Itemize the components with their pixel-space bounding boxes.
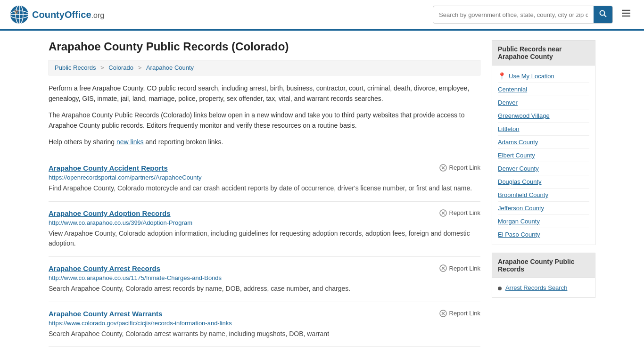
sidebar-item-adams-county[interactable]: Adams County [498, 136, 589, 149]
record-header: Arapahoe County Arrest Records Report Li… [49, 264, 480, 272]
sidebar-nearby-body: 📍 Use My Location Centennial Denver Gree… [492, 66, 595, 245]
sidebar-item-elbert-county[interactable]: Elbert County [498, 149, 589, 162]
sidebar-item-jefferson-county[interactable]: Jefferson County [498, 202, 589, 215]
record-header: Arapahoe County Accident Reports Report … [49, 164, 480, 172]
record-header: Arapahoe County Arrest Warrants Report L… [49, 310, 480, 318]
sidebar-nearby-header: Public Records near Arapahoe County [492, 41, 595, 66]
el-paso-county-link[interactable]: El Paso County [498, 231, 540, 238]
new-links-link[interactable]: new links [116, 138, 144, 146]
logo-area: 🦅 CountyOffice.org [9, 5, 104, 25]
report-link-button[interactable]: Report Link [439, 264, 480, 272]
record-title[interactable]: Arapahoe County Arrest Warrants [49, 310, 162, 318]
record-desc: Find Arapahoe County, Colorado motorcycl… [49, 183, 480, 194]
record-url[interactable]: https://openrecordsportal.com/partners/A… [49, 174, 480, 181]
sidebar-arrest-records-search[interactable]: Arrest Records Search [498, 282, 589, 294]
report-link-button[interactable]: Report Link [439, 164, 480, 172]
report-link-icon [439, 310, 447, 317]
douglas-county-link[interactable]: Douglas County [498, 178, 542, 185]
sidebar-item-denver[interactable]: Denver [498, 96, 589, 109]
report-link-button[interactable]: Report Link [439, 209, 480, 217]
header: 🦅 CountyOffice.org [0, 0, 644, 31]
record-url[interactable]: https://www.colorado.gov/pacific/cicjis/… [49, 320, 480, 327]
location-pin-icon: 📍 [498, 72, 506, 80]
sidebar-item-morgan-county[interactable]: Morgan County [498, 215, 589, 228]
sidebar-records-section: Arapahoe County Public Records Arrest Re… [492, 253, 595, 298]
record-header: Arapahoe County Adoption Records Report … [49, 209, 480, 217]
sidebar-use-my-location[interactable]: 📍 Use My Location [498, 69, 589, 83]
logo-text: CountyOffice.org [32, 9, 104, 20]
sidebar-records-header: Arapahoe County Public Records [492, 253, 595, 278]
sidebar-nearby-section: Public Records near Arapahoe County 📍 Us… [492, 40, 595, 245]
record-item: Arapahoe County Accident Reports Report … [49, 156, 480, 202]
intro-paragraph-1: Perform a free Arapahoe County, CO publi… [49, 83, 480, 104]
adams-county-link[interactable]: Adams County [498, 139, 538, 146]
record-desc: Search Arapahoe County, Colorado arrest … [49, 329, 480, 339]
breadcrumb-arapahoe[interactable]: Arapahoe County [146, 64, 194, 71]
search-button[interactable] [594, 6, 612, 23]
report-link-icon [439, 209, 447, 217]
search-form [433, 6, 613, 24]
record-title[interactable]: Arapahoe County Arrest Records [49, 264, 160, 272]
record-url[interactable]: http://www.co.arapahoe.co.us/399/Adoptio… [49, 219, 480, 226]
main-container: Arapahoe County Public Records (Colorado… [39, 31, 605, 356]
breadcrumb-colorado[interactable]: Colorado [108, 64, 133, 71]
svg-text:🦅: 🦅 [14, 9, 19, 14]
breadcrumb-separator-1: > [100, 64, 106, 71]
sidebar-item-littleton[interactable]: Littleton [498, 123, 589, 136]
sidebar-item-broomfield-county[interactable]: Broomfield County [498, 189, 589, 202]
breadcrumb-public-records[interactable]: Public Records [55, 64, 96, 71]
use-my-location-link[interactable]: Use My Location [509, 73, 554, 80]
sidebar-item-denver-county[interactable]: Denver County [498, 162, 589, 175]
sidebar-item-centennial[interactable]: Centennial [498, 83, 589, 96]
hamburger-menu-icon[interactable] [618, 5, 635, 25]
breadcrumb: Public Records > Colorado > Arapahoe Cou… [49, 60, 480, 75]
sidebar: Public Records near Arapahoe County 📍 Us… [492, 40, 595, 347]
littleton-link[interactable]: Littleton [498, 125, 520, 132]
arrest-records-search-link[interactable]: Arrest Records Search [505, 284, 568, 291]
sidebar-item-el-paso-county[interactable]: El Paso County [498, 228, 589, 241]
report-link-icon [439, 164, 447, 172]
sidebar-records-body: Arrest Records Search [492, 278, 595, 297]
jefferson-county-link[interactable]: Jefferson County [498, 205, 544, 212]
morgan-county-link[interactable]: Morgan County [498, 218, 540, 225]
list-bullet-icon [498, 287, 502, 290]
broomfield-county-link[interactable]: Broomfield County [498, 191, 548, 198]
svg-point-8 [600, 11, 605, 16]
help-text: Help others by sharing new links and rep… [49, 137, 480, 147]
sidebar-item-greenwood-village[interactable]: Greenwood Village [498, 109, 589, 123]
records-list: Arapahoe County Accident Reports Report … [49, 156, 480, 347]
elbert-county-link[interactable]: Elbert County [498, 152, 535, 159]
record-item: Arapahoe County Adoption Records Report … [49, 202, 480, 257]
content-area: Arapahoe County Public Records (Colorado… [49, 40, 480, 347]
record-desc: View Arapahoe County, Colorado adoption … [49, 229, 480, 249]
breadcrumb-separator-2: > [138, 64, 143, 71]
record-title[interactable]: Arapahoe County Accident Reports [49, 164, 168, 172]
record-title[interactable]: Arapahoe County Adoption Records [49, 209, 171, 217]
greenwood-village-link[interactable]: Greenwood Village [498, 112, 550, 119]
denver-county-link[interactable]: Denver County [498, 165, 539, 172]
header-right [433, 5, 635, 25]
record-item: Arapahoe County Arrest Records Report Li… [49, 257, 480, 302]
centennial-link[interactable]: Centennial [498, 86, 527, 93]
intro-paragraph-2: The Arapahoe County Public Records (Colo… [49, 110, 480, 131]
record-item: Arapahoe County Arrest Warrants Report L… [49, 302, 480, 347]
search-icon [599, 10, 607, 17]
report-link-button[interactable]: Report Link [439, 310, 480, 317]
svg-line-9 [604, 15, 607, 17]
record-desc: Search Arapahoe County, Colorado arrest … [49, 284, 480, 294]
logo-icon: 🦅 [9, 5, 29, 25]
report-link-icon [439, 264, 447, 272]
search-input[interactable] [433, 8, 594, 22]
record-url[interactable]: http://www.co.arapahoe.co.us/1175/Inmate… [49, 274, 480, 281]
sidebar-item-douglas-county[interactable]: Douglas County [498, 175, 589, 189]
denver-link[interactable]: Denver [498, 99, 518, 106]
page-title: Arapahoe County Public Records (Colorado… [49, 40, 480, 53]
